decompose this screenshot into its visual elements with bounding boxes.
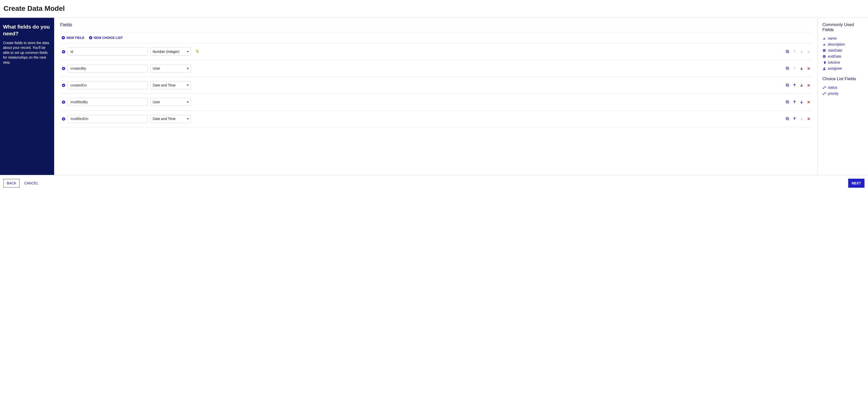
suggestion-label: description <box>828 42 845 46</box>
expand-field-icon[interactable] <box>62 84 65 87</box>
suggestion-item[interactable]: name <box>823 35 865 41</box>
chevron-down-icon <box>187 101 189 103</box>
expand-field-icon[interactable] <box>62 50 65 53</box>
move-down-icon <box>800 117 804 121</box>
delete-field-icon[interactable] <box>807 83 811 87</box>
delete-field-icon[interactable] <box>807 66 811 70</box>
chevron-down-icon <box>187 68 189 69</box>
delete-field-icon[interactable] <box>807 100 811 104</box>
duplicate-field-icon[interactable] <box>785 66 789 70</box>
field-name-input[interactable] <box>68 81 148 89</box>
delete-field-icon <box>807 50 811 54</box>
choice-fields-title: Choice List Fields <box>823 76 865 82</box>
row-actions <box>785 66 811 70</box>
move-down-icon[interactable] <box>800 66 804 70</box>
svg-rect-20 <box>63 102 64 102</box>
new-choice-list-button[interactable]: NEW CHOICE LIST <box>89 36 123 40</box>
svg-rect-27 <box>823 50 826 50</box>
new-choice-list-label: NEW CHOICE LIST <box>94 36 123 40</box>
field-type-select[interactable]: User <box>150 98 191 106</box>
boolean-icon <box>823 61 826 64</box>
calendar-icon <box>823 55 826 58</box>
suggestion-item[interactable]: endDate <box>823 53 865 59</box>
link-icon <box>823 92 826 95</box>
svg-rect-16 <box>63 85 64 86</box>
expand-field-icon[interactable] <box>62 67 65 70</box>
svg-rect-35 <box>824 55 824 55</box>
new-field-button[interactable]: NEW FIELD <box>62 36 85 40</box>
common-fields-title: Commonly Used Fields <box>823 22 865 32</box>
field-type-select[interactable]: Date and Time <box>150 81 191 89</box>
move-up-icon[interactable] <box>793 117 797 121</box>
move-down-icon[interactable] <box>800 83 804 87</box>
field-name-input[interactable] <box>68 115 148 123</box>
choice-fields-list: statuspriority <box>823 85 865 96</box>
field-row: Date and Time <box>60 77 812 94</box>
common-fields-list: namedescriptionstartDateendDateisActivea… <box>823 35 865 71</box>
next-button[interactable]: NEXT <box>848 179 865 188</box>
svg-rect-38 <box>823 57 825 57</box>
sidebar: What fields do you need? Create fields t… <box>0 18 54 175</box>
field-type-select[interactable]: User <box>150 64 191 72</box>
field-name-input[interactable] <box>68 98 148 106</box>
field-type-label: User <box>153 66 160 70</box>
suggestion-label: name <box>828 36 837 40</box>
duplicate-field-icon[interactable] <box>785 83 789 87</box>
fields-panel: Fields NEW FIELD NEW CHOICE LIST Number … <box>54 18 818 175</box>
duplicate-field-icon[interactable] <box>785 50 789 54</box>
cancel-button[interactable]: CANCEL <box>23 179 39 187</box>
fields-toolbar: NEW FIELD NEW CHOICE LIST <box>60 32 812 43</box>
field-type-label: User <box>153 100 160 104</box>
back-button[interactable]: BACK <box>3 179 20 187</box>
row-actions <box>785 83 811 87</box>
field-type-label: Number (Integer) <box>153 50 180 54</box>
move-up-icon[interactable] <box>793 83 797 87</box>
suggestion-item[interactable]: priority <box>823 91 865 96</box>
duplicate-field-icon[interactable] <box>785 117 789 121</box>
expand-field-icon[interactable] <box>62 117 65 121</box>
fields-title: Fields <box>60 22 812 28</box>
field-name-input[interactable] <box>68 47 148 56</box>
suggestions-panel: Commonly Used Fields namedescriptionstar… <box>818 18 868 175</box>
field-row: User <box>60 60 812 77</box>
move-down-icon[interactable] <box>800 100 804 104</box>
link-icon <box>823 86 826 89</box>
field-type-label: Date and Time <box>153 117 176 121</box>
row-actions <box>785 50 811 54</box>
svg-point-41 <box>824 67 825 68</box>
row-actions <box>785 117 811 121</box>
field-row: Date and Time <box>60 110 812 127</box>
primary-key-icon <box>195 50 199 54</box>
duplicate-field-icon[interactable] <box>785 100 789 104</box>
move-up-icon <box>793 50 797 54</box>
field-name-input[interactable] <box>68 64 148 72</box>
footer: BACK CANCEL NEXT <box>0 175 868 191</box>
field-rows: Number (Integer)UserDate and TimeUserDat… <box>60 43 812 127</box>
move-up-icon[interactable] <box>793 100 797 104</box>
expand-field-icon[interactable] <box>62 100 65 104</box>
suggestion-item[interactable]: startDate <box>823 47 865 53</box>
page-title: Create Data Model <box>0 0 868 18</box>
suggestion-item[interactable]: description <box>823 41 865 47</box>
svg-rect-24 <box>63 119 64 119</box>
delete-field-icon[interactable] <box>807 117 811 121</box>
text-icon <box>823 37 826 40</box>
field-row: Number (Integer) <box>60 43 812 60</box>
main-layout: What fields do you need? Create fields t… <box>0 18 868 175</box>
plus-circle-icon <box>62 36 65 39</box>
move-down-icon <box>800 50 804 54</box>
svg-rect-34 <box>823 55 826 56</box>
field-type-select[interactable]: Number (Integer) <box>150 47 191 56</box>
svg-rect-8 <box>63 52 64 52</box>
field-row: User <box>60 94 812 110</box>
plus-circle-icon <box>89 36 92 39</box>
sidebar-title: What fields do you need? <box>3 23 51 37</box>
svg-rect-30 <box>823 50 825 51</box>
suggestion-item[interactable]: assignee <box>823 65 865 71</box>
suggestion-item[interactable]: isActive <box>823 59 865 65</box>
suggestion-label: priority <box>828 92 838 95</box>
suggestion-label: status <box>828 86 837 90</box>
svg-rect-2 <box>62 38 64 38</box>
suggestion-item[interactable]: status <box>823 85 865 91</box>
field-type-select[interactable]: Date and Time <box>150 115 191 123</box>
